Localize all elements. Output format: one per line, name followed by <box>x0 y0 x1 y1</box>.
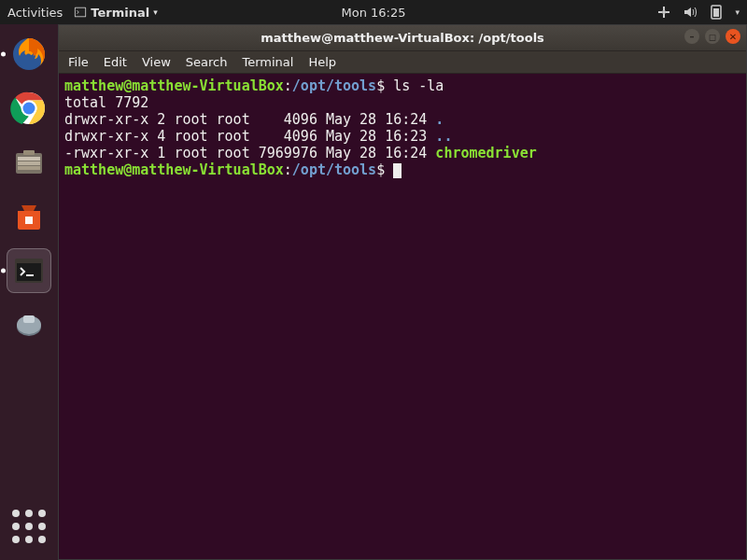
svg-rect-4 <box>713 8 719 17</box>
menu-file[interactable]: File <box>68 55 89 69</box>
dock-item-firefox[interactable] <box>7 32 51 77</box>
svg-rect-20 <box>23 315 35 323</box>
dock-item-terminal[interactable] <box>7 248 51 293</box>
volume-icon <box>683 5 698 20</box>
menu-help[interactable]: Help <box>308 55 336 69</box>
clock[interactable]: Mon 16:25 <box>341 6 405 20</box>
firefox-icon <box>10 35 48 73</box>
terminal-menubar: File Edit View Search Terminal Help <box>59 51 746 74</box>
device-icon <box>10 306 48 343</box>
appmenu-terminal[interactable]: Terminal ▾ <box>74 6 157 20</box>
activities-button[interactable]: Activities <box>7 6 63 20</box>
menu-edit[interactable]: Edit <box>104 55 127 69</box>
dock-item-help[interactable] <box>7 302 51 347</box>
window-close-button[interactable]: ✕ <box>726 29 740 44</box>
svg-rect-11 <box>18 161 40 165</box>
window-maximize-button[interactable]: ◻ <box>705 29 720 44</box>
files-icon <box>10 144 48 181</box>
svg-rect-17 <box>26 274 34 276</box>
svg-point-2 <box>662 10 666 14</box>
svg-point-8 <box>23 103 35 115</box>
svg-rect-1 <box>76 8 86 17</box>
terminal-window: matthew@matthew-VirtualBox: /opt/tools –… <box>58 24 747 560</box>
gnome-topbar: Activities Terminal ▾ Mon 16:25 ▾ <box>0 0 747 24</box>
chrome-icon <box>10 90 48 127</box>
chevron-down-icon: ▾ <box>153 7 158 17</box>
svg-rect-14 <box>25 217 33 224</box>
chevron-down-icon: ▾ <box>735 7 740 17</box>
svg-rect-13 <box>23 150 35 155</box>
svg-rect-16 <box>17 263 41 281</box>
window-title: matthew@matthew-VirtualBox: /opt/tools <box>261 31 544 45</box>
menu-search[interactable]: Search <box>186 55 228 69</box>
terminal-viewport[interactable]: matthew@matthew-VirtualBox:/opt/tools$ l… <box>59 74 746 559</box>
dock-item-files[interactable] <box>7 140 51 185</box>
system-status-area[interactable]: ▾ <box>656 5 740 20</box>
menu-view[interactable]: View <box>142 55 171 69</box>
terminal-icon <box>74 6 87 19</box>
appmenu-label: Terminal <box>91 6 149 20</box>
software-icon <box>10 198 48 235</box>
dock-item-software[interactable] <box>7 194 51 239</box>
show-applications-button[interactable] <box>7 504 51 549</box>
svg-rect-10 <box>18 157 40 161</box>
menu-terminal[interactable]: Terminal <box>242 55 293 69</box>
window-minimize-button[interactable]: – <box>684 29 699 44</box>
window-titlebar[interactable]: matthew@matthew-VirtualBox: /opt/tools –… <box>59 25 746 51</box>
network-icon <box>656 5 671 20</box>
battery-icon <box>709 5 724 20</box>
ubuntu-dock <box>0 24 58 560</box>
svg-rect-12 <box>18 166 40 170</box>
terminal-icon <box>10 252 48 289</box>
dock-item-chrome[interactable] <box>7 86 51 131</box>
